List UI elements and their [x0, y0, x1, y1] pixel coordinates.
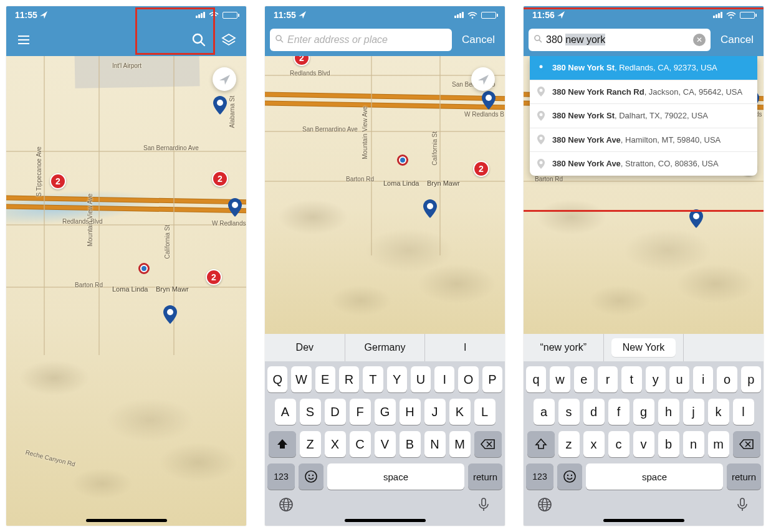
key-b[interactable]: b: [658, 431, 679, 457]
key-m[interactable]: M: [449, 431, 471, 457]
numbers-key[interactable]: 123: [267, 463, 295, 490]
key-p[interactable]: P: [482, 366, 502, 392]
globe-key[interactable]: [537, 497, 552, 515]
search-input[interactable]: [287, 34, 447, 45]
key-k[interactable]: K: [449, 399, 471, 425]
map-pin[interactable]: [213, 96, 227, 115]
search-suggestion[interactable]: 380 New York Ave, Stratton, CO, 80836, U…: [530, 152, 757, 176]
cluster-marker[interactable]: 2: [206, 269, 222, 285]
key-g[interactable]: g: [633, 399, 654, 425]
search-button[interactable]: [186, 27, 211, 52]
key-o[interactable]: o: [717, 366, 737, 392]
key-i[interactable]: I: [434, 366, 454, 392]
key-v[interactable]: V: [375, 431, 396, 457]
kb-suggestion[interactable]: [684, 334, 764, 361]
kb-suggestion[interactable]: “new york”: [524, 334, 604, 361]
key-h[interactable]: H: [400, 399, 421, 425]
key-z[interactable]: z: [558, 431, 580, 457]
key-x[interactable]: X: [325, 431, 346, 457]
clear-search-button[interactable]: ✕: [693, 34, 706, 46]
recenter-button[interactable]: [213, 67, 236, 91]
search-suggestion[interactable]: 380 New York Ranch Rd, Jackson, CA, 9564…: [530, 80, 757, 105]
key-v[interactable]: v: [633, 431, 654, 457]
shift-key[interactable]: [527, 431, 555, 457]
cluster-marker[interactable]: 2: [50, 173, 66, 189]
key-s[interactable]: s: [558, 399, 580, 425]
key-e[interactable]: E: [315, 366, 335, 392]
key-z[interactable]: Z: [300, 431, 321, 457]
search-field[interactable]: [270, 29, 452, 51]
key-a[interactable]: a: [534, 399, 555, 425]
search-suggestion[interactable]: 380 New York Ave, Hamilton, MT, 59840, U…: [530, 128, 757, 153]
key-n[interactable]: N: [424, 431, 446, 457]
menu-button[interactable]: [11, 27, 36, 52]
backspace-key[interactable]: [733, 431, 760, 457]
kb-suggestion[interactable]: I: [425, 334, 505, 361]
key-b[interactable]: B: [400, 431, 421, 457]
key-d[interactable]: D: [325, 399, 346, 425]
map-canvas[interactable]: Redlands Blvd San Bernardino W Redlands …: [265, 56, 505, 334]
return-key[interactable]: return: [727, 463, 761, 490]
backspace-key[interactable]: [474, 431, 502, 457]
key-f[interactable]: F: [350, 399, 371, 425]
map-canvas[interactable]: Int'l Airport San Bernardino Ave Redland…: [6, 56, 246, 526]
globe-key[interactable]: [279, 497, 294, 515]
cluster-marker[interactable]: 2: [294, 56, 310, 66]
key-c[interactable]: c: [608, 431, 630, 457]
map-canvas[interactable]: Barton Rd W Redlands 2 380 New York St, …: [524, 56, 764, 334]
key-u[interactable]: u: [669, 366, 689, 392]
key-x[interactable]: x: [583, 431, 605, 457]
space-key[interactable]: space: [327, 463, 464, 490]
shift-key[interactable]: [269, 431, 296, 457]
key-u[interactable]: U: [411, 366, 431, 392]
dictation-key[interactable]: [735, 497, 750, 515]
numbers-key[interactable]: 123: [526, 463, 553, 490]
home-indicator[interactable]: [86, 519, 167, 522]
key-q[interactable]: q: [526, 366, 546, 392]
key-a[interactable]: A: [275, 399, 296, 425]
emoji-key[interactable]: [557, 463, 582, 490]
cancel-button[interactable]: Cancel: [716, 34, 759, 46]
key-r[interactable]: r: [598, 366, 618, 392]
home-indicator[interactable]: [345, 519, 426, 522]
search-field[interactable]: 380 new york ✕: [529, 29, 711, 51]
key-k[interactable]: k: [708, 399, 729, 425]
key-f[interactable]: f: [608, 399, 630, 425]
key-l[interactable]: L: [474, 399, 496, 425]
cancel-button[interactable]: Cancel: [457, 34, 500, 46]
key-g[interactable]: G: [375, 399, 396, 425]
key-c[interactable]: C: [350, 431, 371, 457]
key-w[interactable]: w: [550, 366, 570, 392]
key-j[interactable]: J: [424, 399, 446, 425]
map-pin[interactable]: [482, 91, 496, 110]
key-e[interactable]: e: [574, 366, 594, 392]
kb-suggestion[interactable]: Germany: [345, 334, 426, 361]
search-suggestion[interactable]: 380 New York St, Redlands, CA, 92373, US…: [530, 56, 757, 80]
key-p[interactable]: p: [741, 366, 761, 392]
key-d[interactable]: d: [583, 399, 605, 425]
key-y[interactable]: y: [646, 366, 666, 392]
key-m[interactable]: m: [708, 431, 729, 457]
return-key[interactable]: return: [468, 463, 502, 490]
kb-suggestion[interactable]: Dev: [265, 334, 345, 361]
key-t[interactable]: t: [621, 366, 641, 392]
key-j[interactable]: j: [683, 399, 704, 425]
key-q[interactable]: Q: [267, 366, 287, 392]
cluster-marker[interactable]: 2: [212, 171, 228, 187]
key-n[interactable]: n: [683, 431, 704, 457]
key-i[interactable]: i: [693, 366, 713, 392]
key-w[interactable]: W: [291, 366, 311, 392]
layers-button[interactable]: [216, 27, 241, 52]
key-l[interactable]: l: [733, 399, 754, 425]
key-r[interactable]: R: [339, 366, 359, 392]
key-t[interactable]: T: [363, 366, 383, 392]
key-y[interactable]: Y: [387, 366, 407, 392]
key-h[interactable]: h: [658, 399, 679, 425]
key-s[interactable]: S: [300, 399, 321, 425]
space-key[interactable]: space: [586, 463, 723, 490]
emoji-key[interactable]: [299, 463, 323, 490]
dictation-key[interactable]: [476, 497, 491, 515]
search-input[interactable]: 380 new york: [546, 34, 689, 45]
key-o[interactable]: O: [458, 366, 478, 392]
recenter-button[interactable]: [471, 67, 495, 91]
